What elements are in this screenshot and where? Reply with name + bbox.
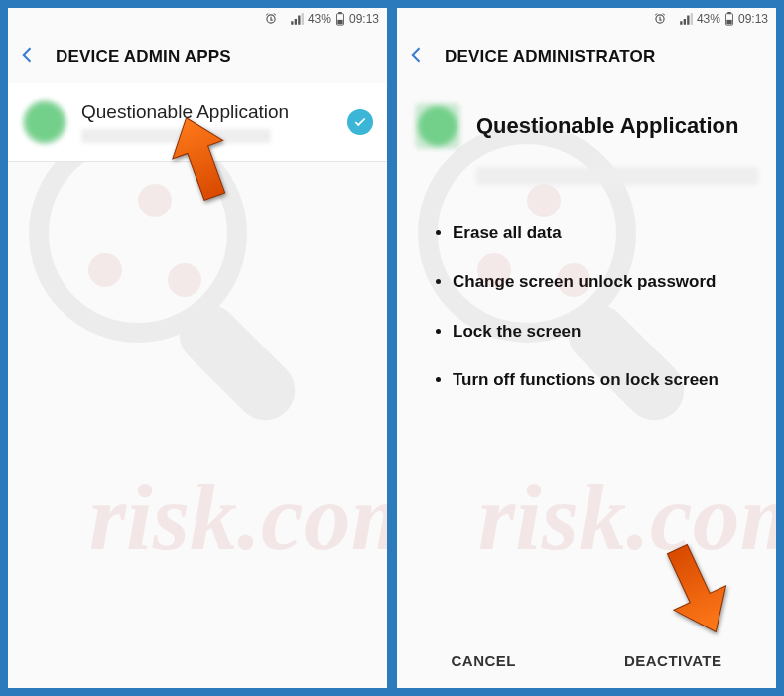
admin-header: Questionable Application xyxy=(397,83,776,159)
svg-rect-5 xyxy=(727,12,731,14)
bottom-bar: CANCEL DEACTIVATE xyxy=(397,632,776,688)
battery-pct: 43% xyxy=(697,12,720,26)
deactivate-button[interactable]: DEACTIVATE xyxy=(604,642,742,679)
status-bar: 43% 09:13 xyxy=(397,8,776,30)
title-bar: DEVICE ADMINISTRATOR xyxy=(397,30,776,83)
app-icon xyxy=(415,103,460,149)
page-title: DEVICE ADMIN APPS xyxy=(56,47,231,67)
battery-icon xyxy=(724,12,734,26)
clock: 09:13 xyxy=(738,12,768,26)
title-bar: DEVICE ADMIN APPS xyxy=(8,30,387,83)
permission-list: Erase all data Change screen unlock pass… xyxy=(397,191,776,404)
svg-rect-2 xyxy=(337,20,342,24)
phone-left: risk.com 43% 09:13 DEVICE ADMIN APPS xyxy=(6,6,389,690)
battery-icon xyxy=(335,12,345,26)
phone-right: risk.com 43% 09:13 DEVICE ADMINISTRATOR xyxy=(395,6,778,690)
permission-item: Erase all data xyxy=(453,209,756,257)
alarm-icon xyxy=(653,12,667,26)
alarm-icon xyxy=(264,12,278,26)
svg-rect-1 xyxy=(338,12,342,14)
annotation-arrow-deactivate xyxy=(657,541,734,640)
watermark-text: risk.com xyxy=(89,462,389,572)
app-row-subtitle-blur xyxy=(81,129,271,143)
app-icon xyxy=(22,99,67,145)
clock: 09:13 xyxy=(349,12,379,26)
admin-app-title: Questionable Application xyxy=(476,113,738,139)
svg-rect-6 xyxy=(726,20,731,24)
permission-item: Change screen unlock password xyxy=(453,257,756,306)
cancel-button[interactable]: CANCEL xyxy=(431,642,536,679)
permission-item: Lock the screen xyxy=(453,307,756,355)
signal-icon xyxy=(679,12,693,26)
battery-pct: 43% xyxy=(308,12,331,26)
checkmark-icon xyxy=(347,109,373,135)
page-title: DEVICE ADMINISTRATOR xyxy=(445,47,655,67)
permission-item: Turn off functions on lock screen xyxy=(453,355,756,404)
admin-desc-blur xyxy=(476,167,758,185)
signal-icon xyxy=(290,12,304,26)
svg-marker-7 xyxy=(657,541,734,636)
back-icon[interactable] xyxy=(407,45,427,69)
app-row-title: Questionable Application xyxy=(81,101,333,123)
back-icon[interactable] xyxy=(18,45,38,69)
admin-app-row[interactable]: Questionable Application xyxy=(8,83,387,162)
watermark-text: risk.com xyxy=(478,462,778,572)
status-bar: 43% 09:13 xyxy=(8,8,387,30)
